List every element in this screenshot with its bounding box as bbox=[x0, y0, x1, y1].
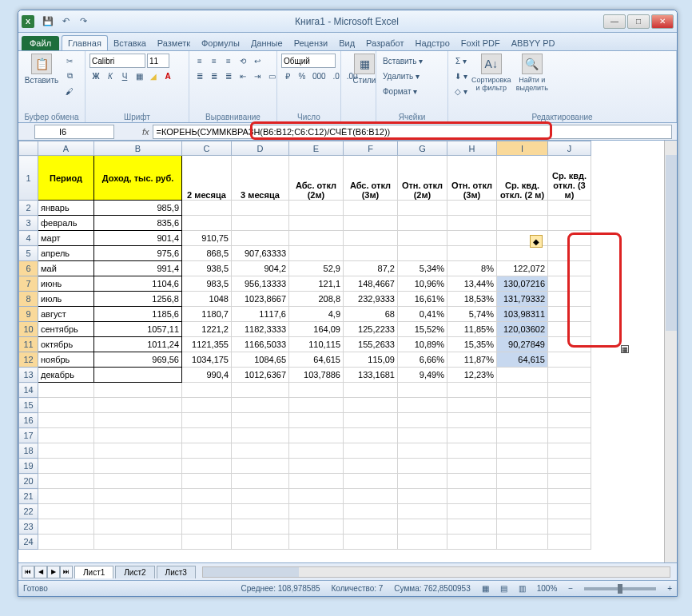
col-header-B[interactable]: B bbox=[94, 141, 182, 156]
cell-G17[interactable] bbox=[398, 428, 447, 443]
cell-C6[interactable]: 938,5 bbox=[182, 261, 232, 276]
cell-F23[interactable] bbox=[344, 519, 398, 535]
cell-H22[interactable] bbox=[447, 504, 497, 519]
cell-I23[interactable] bbox=[497, 519, 548, 535]
cell-D15[interactable] bbox=[232, 398, 289, 413]
align-top-button[interactable]: ≡ bbox=[193, 54, 206, 68]
cell-H6[interactable]: 8% bbox=[447, 261, 497, 276]
cut-button[interactable]: ✂ bbox=[63, 54, 76, 68]
row-header-10[interactable]: 10 bbox=[19, 322, 38, 337]
cell-B11[interactable]: 1011,24 bbox=[94, 337, 182, 352]
cell-D2[interactable] bbox=[232, 201, 289, 216]
vscroll-thumb[interactable] bbox=[666, 155, 677, 331]
cell-C22[interactable] bbox=[182, 504, 232, 519]
cell-B14[interactable] bbox=[94, 383, 182, 398]
cell-I22[interactable] bbox=[497, 504, 548, 519]
cell-C2[interactable] bbox=[182, 201, 232, 216]
cell-B16[interactable] bbox=[94, 413, 182, 428]
align-center-button[interactable]: ≣ bbox=[208, 69, 221, 83]
cell-I6[interactable]: 122,072 bbox=[497, 261, 548, 276]
cell-A3[interactable]: февраль bbox=[38, 216, 94, 231]
cell-H10[interactable]: 11,85% bbox=[447, 322, 497, 337]
cell-H3[interactable] bbox=[447, 216, 497, 231]
tab-home[interactable]: Главная bbox=[62, 35, 108, 50]
horizontal-scrollbar[interactable] bbox=[202, 566, 670, 578]
cell-E9[interactable]: 4,9 bbox=[289, 307, 344, 322]
sheet-tab-3[interactable]: Лист3 bbox=[157, 566, 196, 578]
cell-E16[interactable] bbox=[289, 413, 344, 428]
cell-B24[interactable] bbox=[94, 535, 182, 550]
cell-G14[interactable] bbox=[398, 383, 447, 398]
cell-E10[interactable]: 164,09 bbox=[289, 322, 344, 337]
cell-G3[interactable] bbox=[398, 216, 447, 231]
cell-C3[interactable] bbox=[182, 216, 232, 231]
cell-F13[interactable]: 133,1681 bbox=[344, 368, 398, 383]
cell-A5[interactable]: апрель bbox=[38, 246, 94, 261]
cell-H5[interactable] bbox=[447, 246, 497, 261]
cell-I5[interactable] bbox=[497, 246, 548, 261]
cell-D12[interactable]: 1084,65 bbox=[232, 352, 289, 368]
format-painter-button[interactable]: 🖌 bbox=[63, 84, 76, 98]
cell-I10[interactable]: 120,03602 bbox=[497, 322, 548, 337]
delete-cells-button[interactable]: Удалить ▾ bbox=[380, 69, 444, 83]
row-header-24[interactable]: 24 bbox=[19, 535, 38, 550]
cell-G16[interactable] bbox=[398, 413, 447, 428]
view-normal-button[interactable]: ▦ bbox=[482, 584, 489, 593]
cell-G7[interactable]: 10,96% bbox=[398, 276, 447, 292]
cell-G10[interactable]: 15,52% bbox=[398, 322, 447, 337]
cell-J16[interactable] bbox=[548, 413, 591, 428]
row-header-1[interactable]: 1 bbox=[19, 156, 38, 201]
cell-F24[interactable] bbox=[344, 535, 398, 550]
row-header-18[interactable]: 18 bbox=[19, 443, 38, 459]
cell-D4[interactable] bbox=[232, 231, 289, 246]
cell-J14[interactable] bbox=[548, 383, 591, 398]
row-header-5[interactable]: 5 bbox=[19, 246, 38, 261]
align-right-button[interactable]: ≣ bbox=[222, 69, 235, 83]
cell-I9[interactable]: 103,98311 bbox=[497, 307, 548, 322]
cell-I20[interactable] bbox=[497, 474, 548, 489]
cell-A23[interactable] bbox=[38, 519, 94, 535]
minimize-button[interactable]: — bbox=[603, 14, 626, 29]
cell-C13[interactable]: 990,4 bbox=[182, 368, 232, 383]
cell-D5[interactable]: 907,63333 bbox=[232, 246, 289, 261]
cell-J12[interactable] bbox=[548, 352, 591, 368]
cell-C15[interactable] bbox=[182, 398, 232, 413]
merge-button[interactable]: ▭ bbox=[265, 69, 278, 83]
tab-developer[interactable]: Разработ bbox=[360, 36, 409, 50]
align-left-button[interactable]: ≣ bbox=[193, 69, 206, 83]
cell-D6[interactable]: 904,2 bbox=[232, 261, 289, 276]
cell-B20[interactable] bbox=[94, 474, 182, 489]
cell-J24[interactable] bbox=[548, 535, 591, 550]
cell-J13[interactable] bbox=[548, 368, 591, 383]
cell-C5[interactable]: 868,5 bbox=[182, 246, 232, 261]
cell-F16[interactable] bbox=[344, 413, 398, 428]
cell-C12[interactable]: 1034,175 bbox=[182, 352, 232, 368]
cell-E5[interactable] bbox=[289, 246, 344, 261]
save-button[interactable]: 💾 bbox=[41, 14, 55, 29]
cell-G11[interactable]: 10,89% bbox=[398, 337, 447, 352]
cell-I3[interactable] bbox=[497, 216, 548, 231]
cell-G18[interactable] bbox=[398, 443, 447, 459]
zoom-out-button[interactable]: − bbox=[568, 584, 573, 593]
col-header-E[interactable]: E bbox=[289, 141, 344, 156]
cell-C4[interactable]: 910,75 bbox=[182, 231, 232, 246]
cell-G12[interactable]: 6,66% bbox=[398, 352, 447, 368]
cell-F2[interactable] bbox=[344, 201, 398, 216]
cell-C9[interactable]: 1180,7 bbox=[182, 307, 232, 322]
cell-A4[interactable]: март bbox=[38, 231, 94, 246]
cell-B2[interactable]: 985,9 bbox=[94, 201, 182, 216]
cell-D8[interactable]: 1023,8667 bbox=[232, 292, 289, 307]
cell-B17[interactable] bbox=[94, 428, 182, 443]
format-cells-button[interactable]: Формат ▾ bbox=[380, 84, 444, 98]
cell-D22[interactable] bbox=[232, 504, 289, 519]
cell-E4[interactable] bbox=[289, 231, 344, 246]
copy-button[interactable]: ⧉ bbox=[63, 69, 76, 83]
row-header-4[interactable]: 4 bbox=[19, 231, 38, 246]
cell-A2[interactable]: январь bbox=[38, 201, 94, 216]
cell-J23[interactable] bbox=[548, 519, 591, 535]
cell-J8[interactable] bbox=[548, 292, 591, 307]
cell-F4[interactable] bbox=[344, 231, 398, 246]
cell-H18[interactable] bbox=[447, 443, 497, 459]
percent-button[interactable]: % bbox=[296, 69, 308, 83]
cell-H9[interactable]: 5,74% bbox=[447, 307, 497, 322]
